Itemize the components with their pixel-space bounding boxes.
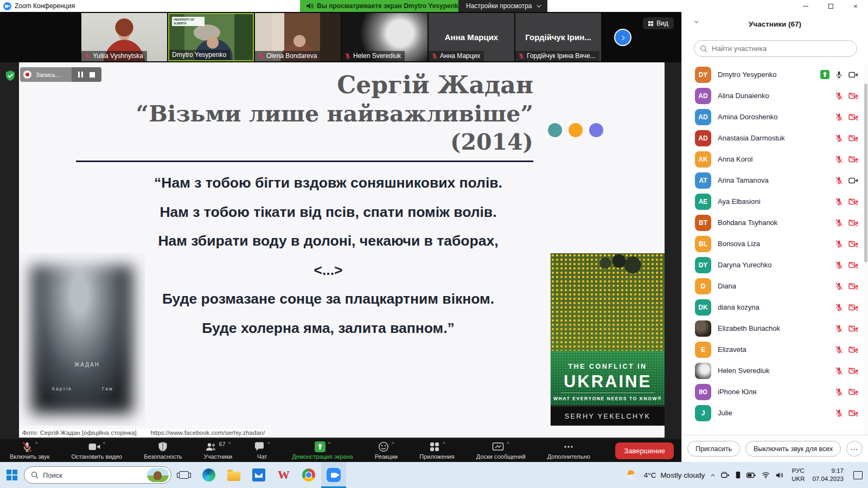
- video-tile[interactable]: UNIVERSITY OF ALBERTA Dmytro Yesypenko: [168, 13, 254, 61]
- office-w-icon[interactable]: W: [271, 462, 296, 488]
- participant-row[interactable]: Elizabeth Buriachok: [682, 318, 864, 339]
- participant-row[interactable]: ADAmina Doroshenko: [682, 106, 864, 127]
- mic-muted-icon: [835, 240, 843, 248]
- camera-off-icon: [848, 367, 858, 375]
- toolbar-mute-button[interactable]: ^Включить звук: [10, 441, 49, 460]
- participant-search-input[interactable]: [711, 44, 851, 53]
- participant-row[interactable]: AEAya Elbasioni: [682, 191, 864, 212]
- participant-row[interactable]: ADAlina Dunaienko: [682, 85, 864, 106]
- participant-row[interactable]: Helen Sverediuk: [682, 360, 864, 381]
- collapse-panel-icon[interactable]: [694, 18, 698, 23]
- search-icon: [700, 45, 707, 53]
- toolbar-chat-button[interactable]: ^Чат: [254, 441, 270, 460]
- invite-button[interactable]: Пригласить: [687, 441, 740, 457]
- avatar: AE: [695, 194, 711, 210]
- people-icon: [205, 441, 217, 452]
- participant-row[interactable]: DKdiana kozyna: [682, 297, 864, 318]
- video-tile[interactable]: Анна Марцих Анна Марцих: [429, 13, 514, 61]
- weather-widget[interactable]: 4°C Mostly cloudy: [624, 469, 705, 481]
- edge-icon[interactable]: [196, 462, 221, 488]
- minimize-button[interactable]: [793, 0, 818, 12]
- shared-screen-stage: Сергій Жадан “Візьми лише найважливіше” …: [0, 62, 681, 439]
- toolbar-boards-button[interactable]: ^Доски сообщений: [476, 441, 526, 460]
- pause-recording-button[interactable]: [78, 72, 83, 78]
- participant-row[interactable]: ІЮiPhone Юля: [682, 381, 864, 402]
- video-tile[interactable]: Yuliia Vyshnytska: [81, 13, 167, 61]
- tray-expand-icon[interactable]: [711, 474, 715, 478]
- participant-row[interactable]: DDiana: [682, 275, 864, 297]
- participant-row[interactable]: AKAnna Korol: [682, 149, 864, 170]
- weather-temp: 4°C: [644, 471, 656, 479]
- close-button[interactable]: ×: [843, 0, 868, 12]
- caption-text: Фото: Сергій Жадан [офіційна сторінка]: [22, 429, 137, 436]
- participant-row[interactable]: BLBorisova Liza: [682, 233, 864, 254]
- video-tile[interactable]: Гордійчук Ірин... Гордійчук Ірина Вяче..…: [515, 13, 601, 61]
- mic-muted-icon: [835, 261, 843, 269]
- share-banner-text: Вы просматриваете экран Dmytro Yesypenko: [317, 2, 462, 10]
- tray-battery-icon[interactable]: [746, 472, 756, 478]
- avatar: [695, 320, 711, 337]
- action-center-icon[interactable]: [853, 471, 863, 479]
- mic-muted-icon: [835, 345, 843, 354]
- toolbar-video-button[interactable]: ^Остановить видео: [71, 441, 122, 460]
- caret-icon[interactable]: ^: [228, 442, 231, 447]
- caret-icon[interactable]: ^: [103, 442, 106, 447]
- avatar: ІЮ: [695, 384, 711, 400]
- caret-icon[interactable]: ^: [328, 442, 331, 447]
- mail-icon[interactable]: [246, 462, 271, 488]
- file-explorer-icon[interactable]: [221, 462, 246, 488]
- next-videos-button[interactable]: [614, 29, 631, 46]
- toolbar-reactions-button[interactable]: ^Реакции: [375, 441, 398, 460]
- participant-row[interactable]: EElizaveta: [682, 339, 864, 360]
- toolbar-participants-button[interactable]: 67^Участники: [204, 441, 233, 460]
- chrome-icon[interactable]: [296, 462, 321, 488]
- participants-more-button[interactable]: ⋯: [846, 441, 863, 457]
- participant-row[interactable]: ADAnastasia Darmostuk: [682, 127, 864, 149]
- view-settings-button[interactable]: Настройки просмотра: [458, 0, 547, 12]
- start-button[interactable]: [0, 462, 24, 488]
- tray-camera-icon[interactable]: [721, 472, 730, 478]
- camera-off-icon: [848, 198, 858, 206]
- participant-row[interactable]: DYDmytro Yesypenko: [682, 64, 864, 85]
- caret-icon[interactable]: ^: [443, 442, 445, 447]
- book-title-line1: THE CONFLICT IN: [568, 363, 647, 370]
- view-button-label: Вид: [656, 20, 668, 27]
- caret-icon[interactable]: ^: [35, 442, 38, 447]
- stop-recording-button[interactable]: [90, 72, 95, 78]
- language-indicator[interactable]: РУС UKR: [792, 467, 805, 483]
- participant-row[interactable]: DYDaryna Yurechko: [682, 254, 864, 275]
- avatar: AD: [695, 109, 711, 125]
- toolbar-more-button[interactable]: Дополнительно: [547, 441, 590, 460]
- slide-title: “Візьми лише найважливіше” (2014): [76, 100, 533, 162]
- toolbar-security-button[interactable]: Безопасность: [144, 441, 182, 460]
- participant-row[interactable]: ATArina Tamanova: [682, 170, 864, 191]
- decorative-dot: [569, 123, 583, 137]
- taskbar-clock[interactable]: 9:17 07.04.2023: [812, 467, 844, 483]
- video-tile[interactable]: Helen Sverediuk: [342, 13, 427, 61]
- caret-icon[interactable]: ^: [507, 442, 509, 447]
- camera-off-icon: [848, 240, 858, 248]
- view-button[interactable]: Вид: [643, 17, 674, 29]
- caret-icon[interactable]: ^: [267, 442, 270, 447]
- maximize-button[interactable]: [818, 0, 843, 12]
- participant-row[interactable]: JJulie: [682, 402, 864, 423]
- toolbar-share-button[interactable]: ^Демонстрация экрана: [292, 441, 353, 460]
- participants-scrollbar[interactable]: [864, 64, 868, 435]
- mute-all-button[interactable]: Выключить звук для всех: [745, 441, 841, 457]
- caret-icon[interactable]: ^: [392, 442, 394, 447]
- video-strip: Yuliia VyshnytskaUNIVERSITY OF ALBERTA D…: [0, 12, 681, 62]
- taskbar-search[interactable]: Поиск: [24, 466, 171, 484]
- participant-row[interactable]: BTBohdana Tsyhanok: [682, 212, 864, 233]
- video-tile[interactable]: Olena Bondareva: [255, 13, 341, 61]
- toolbar-apps-button[interactable]: ^Приложения: [419, 441, 454, 460]
- task-view-button[interactable]: [171, 462, 196, 488]
- search-icon: [31, 471, 39, 479]
- tray-volume-icon[interactable]: [776, 472, 784, 479]
- tray-wifi-icon[interactable]: [762, 472, 770, 478]
- photo-patch-label: Гам: [102, 386, 113, 391]
- tray-phone-icon[interactable]: [736, 471, 741, 479]
- zoom-app-icon[interactable]: [321, 462, 346, 488]
- participant-search[interactable]: [694, 40, 857, 57]
- end-meeting-button[interactable]: Завершение: [615, 442, 674, 459]
- participant-name: diana kozyna: [718, 303, 828, 311]
